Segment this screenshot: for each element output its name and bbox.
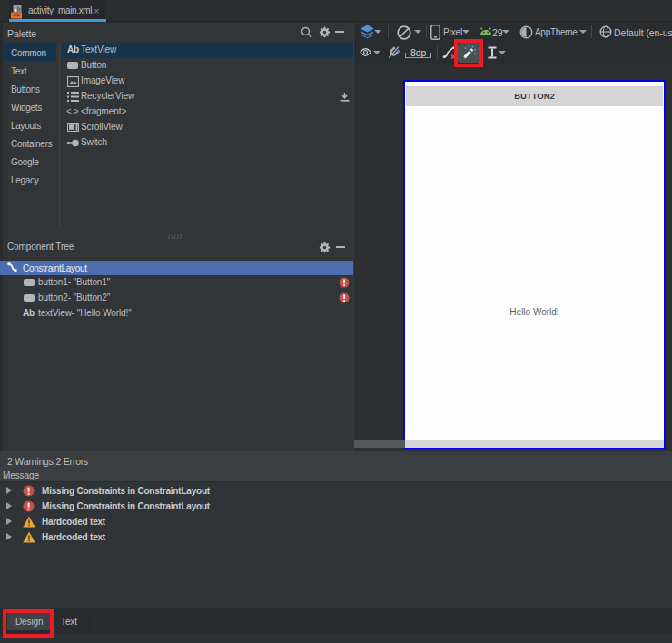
svg-text:<>: <> <box>13 12 20 18</box>
